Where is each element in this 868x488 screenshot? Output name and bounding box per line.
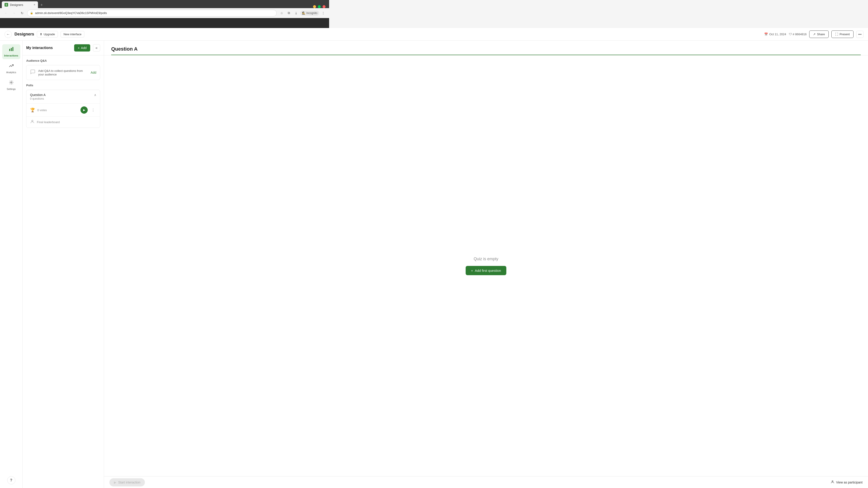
reload-button[interactable]: ↻: [19, 10, 25, 16]
sidebar-item-label-analytics: Analytics: [6, 71, 16, 74]
poll-collapse-button[interactable]: ∧: [94, 93, 96, 97]
window-minimize-button[interactable]: [313, 5, 316, 8]
svg-point-4: [32, 120, 33, 122]
upgrade-icon: ⬆: [40, 33, 42, 36]
new-interface-label: New interface: [64, 33, 81, 36]
settings-icon: [9, 80, 14, 86]
window-close-button[interactable]: [322, 5, 326, 8]
poll-info: Question A 0 questions: [30, 93, 46, 100]
svg-point-3: [11, 82, 12, 83]
qa-card: Add Q&A to collect questions from your a…: [26, 65, 100, 80]
forward-button[interactable]: →: [11, 10, 17, 16]
trophy-icon: 🏆: [30, 107, 35, 112]
incognito-label: Incognito: [306, 11, 317, 15]
leaderboard-row: Final leaderboard: [26, 116, 100, 128]
add-button[interactable]: + Add: [74, 44, 90, 52]
sidebar-item-interactions[interactable]: Interactions: [2, 44, 20, 59]
upgrade-label: Upgrade: [43, 33, 55, 36]
tab-close-button[interactable]: ×: [34, 3, 35, 6]
browser-tab-bar: S Designers × +: [0, 0, 329, 8]
sidebar-item-analytics[interactable]: Analytics: [2, 61, 20, 76]
leaderboard-label: Final leaderboard: [37, 121, 60, 124]
collapse-icon: «: [96, 46, 98, 50]
lock-icon: 🔒: [30, 11, 33, 14]
new-interface-button[interactable]: New interface: [61, 31, 84, 37]
qa-icon: [30, 69, 35, 76]
download-button[interactable]: ⤓: [293, 10, 299, 16]
interactions-icon: [9, 46, 14, 53]
question-title: Question A: [111, 46, 329, 55]
poll-votes-row: 🏆 0 votes ▶ ⋮: [26, 103, 100, 116]
incognito-icon: 🕵: [302, 11, 305, 15]
sidebar-item-label-interactions: Interactions: [4, 54, 18, 57]
address-bar[interactable]: 🔒 admin.sli.do/event/8GoQ3eqYCVaD6c1SPMV…: [27, 10, 277, 17]
app-back-button[interactable]: ←: [4, 31, 12, 38]
interactions-panel: My interactions + Add « Audience Q&A: [23, 41, 104, 184]
upgrade-button[interactable]: ⬆ Upgrade: [37, 31, 58, 37]
panel-title: My interactions: [26, 46, 71, 50]
back-arrow-icon: ←: [6, 32, 10, 36]
dots-icon: ⋮: [91, 108, 95, 112]
new-tab-button[interactable]: +: [38, 2, 45, 8]
leaderboard-icon: [30, 119, 35, 125]
browser-nav: ← → ↻ 🔒 admin.sli.do/event/8GoQ3eqYCVaD6…: [0, 8, 329, 18]
active-tab[interactable]: S Designers ×: [2, 1, 38, 8]
vote-count: 0 votes: [37, 108, 78, 112]
qa-section-title: Audience Q&A: [26, 59, 100, 62]
nav-actions: ☆ ⧉ ⤓ 🕵 Incognito ⋮: [278, 10, 327, 16]
poll-name: Question A: [30, 93, 46, 97]
analytics-icon: [9, 63, 14, 70]
polls-section-title: Polls: [26, 84, 100, 87]
bookmark-button[interactable]: ☆: [278, 10, 285, 16]
panel-content: Audience Q&A Add Q&A to collect question…: [23, 55, 104, 184]
poll-card: Question A 0 questions ∧ 🏆 0 votes ▶: [26, 90, 100, 128]
poll-question-count: 0 questions: [30, 97, 46, 100]
url-text: admin.sli.do/event/8GoQ3eqYCVaD6c1SPMVoE…: [35, 11, 107, 15]
main-content: Question A Quiz is empty + Add first que…: [104, 41, 329, 184]
play-icon: ▶: [83, 108, 85, 111]
panel-header: My interactions + Add «: [23, 41, 104, 55]
incognito-badge: 🕵 Incognito: [300, 11, 319, 15]
browser-more-button[interactable]: ⋮: [320, 10, 327, 16]
app-header: ← Designers ⬆ Upgrade New interface 📅 Oc…: [0, 28, 329, 41]
polls-section: Polls Question A 0 questions ∧: [26, 84, 100, 128]
qa-description: Add Q&A to collect questions from your a…: [38, 69, 88, 76]
tab-title: Designers: [10, 3, 23, 6]
svg-rect-0: [9, 49, 10, 51]
collapse-panel-button[interactable]: «: [93, 44, 100, 52]
extensions-button[interactable]: ⧉: [286, 10, 292, 16]
play-poll-button[interactable]: ▶: [81, 106, 88, 113]
chevron-up-icon: ∧: [94, 93, 96, 97]
qa-add-link[interactable]: Add: [91, 71, 96, 74]
empty-state: Quiz is empty + Add first question: [104, 55, 329, 184]
poll-more-button[interactable]: ⋮: [90, 107, 96, 113]
add-icon: +: [78, 46, 80, 50]
svg-rect-1: [11, 48, 12, 51]
tab-favicon: S: [4, 3, 8, 6]
app-title: Designers: [14, 32, 34, 37]
left-sidebar: Interactions Analytics S: [0, 41, 23, 184]
sidebar-item-settings[interactable]: Settings: [2, 78, 20, 93]
svg-rect-2: [12, 47, 13, 51]
window-maximize-button[interactable]: [318, 5, 321, 8]
main-layout: Interactions Analytics S: [0, 41, 329, 184]
add-label: Add: [81, 46, 87, 50]
sidebar-item-label-settings: Settings: [7, 88, 16, 90]
back-button[interactable]: ←: [3, 10, 9, 16]
poll-header: Question A 0 questions ∧: [26, 90, 100, 103]
